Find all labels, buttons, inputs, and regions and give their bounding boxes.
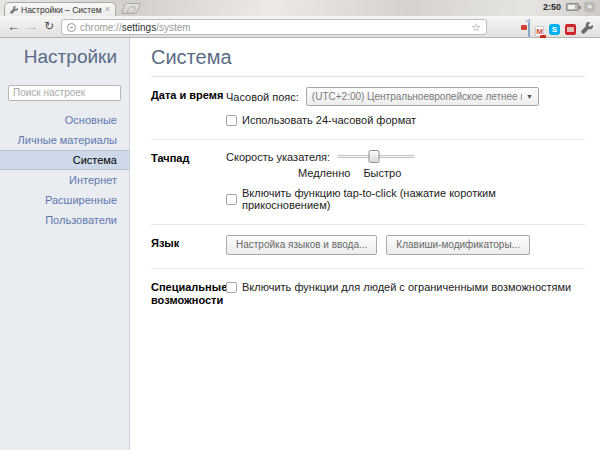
tab-close-icon[interactable]: ×	[105, 5, 110, 14]
sidebar-item-users[interactable]: Пользователи	[0, 210, 129, 230]
notification-badge	[521, 25, 527, 30]
tap-to-click-checkbox[interactable]	[226, 194, 237, 205]
section-label: Дата и время	[151, 87, 226, 126]
section-label: Язык	[151, 235, 226, 255]
url-scheme: chrome://	[80, 22, 122, 33]
tap-to-click-label: Включить функцию tap-to-click (нажатие к…	[242, 187, 585, 211]
settings-content: Система Дата и время Часовой пояс: (UTC+…	[131, 38, 600, 450]
accessibility-label: Включить функции для людей с ограниченны…	[242, 281, 571, 293]
new-tab-button[interactable]	[121, 3, 141, 14]
timezone-label: Часовой пояс:	[226, 91, 299, 103]
pointer-speed-label: Скорость указателя:	[226, 151, 330, 163]
sidebar-title: Настройки	[0, 46, 129, 68]
slider-slow-label: Медленно	[298, 167, 350, 179]
sidebar-item-basics[interactable]: Основные	[0, 110, 129, 130]
skype-extension-icon[interactable]: S	[549, 24, 560, 35]
browser-tab[interactable]: Настройки – Система ×	[4, 2, 116, 16]
sidebar-nav: Основные Личные материалы Система Интерн…	[0, 110, 129, 230]
section-datetime: Дата и время Часовой пояс: (UTC+2:00) Це…	[151, 77, 585, 140]
bookmark-star-icon[interactable]: ☆	[471, 22, 481, 33]
sidebar-item-personal[interactable]: Личные материалы	[0, 130, 129, 150]
battery-icon	[566, 3, 579, 11]
section-label: Тачпад	[151, 150, 226, 211]
tab-title: Настройки – Система	[21, 5, 102, 15]
system-tray[interactable]: 2:50 ×	[543, 2, 595, 12]
page-title: Система	[151, 46, 585, 77]
modifier-keys-button[interactable]: Клавиши-модификаторы...	[386, 235, 530, 255]
browser-toolbar: ← → ↻ chrome://settings/system ☆ M S	[0, 16, 600, 38]
network-disconnected-icon: ×	[584, 2, 595, 12]
slider-handle[interactable]	[368, 150, 379, 163]
section-label: Специальные возможности	[151, 279, 226, 307]
forward-button[interactable]: →	[25, 19, 38, 34]
sidebar-item-system[interactable]: Система	[0, 150, 129, 170]
search-input[interactable]	[8, 85, 121, 101]
chevron-down-icon: ▼	[526, 93, 533, 100]
clock: 2:50	[543, 2, 561, 12]
wrench-favicon-icon	[10, 6, 18, 14]
pointer-speed-slider[interactable]	[337, 150, 415, 164]
gmail-extension-icon[interactable]: M	[535, 20, 544, 38]
url-path: /system	[156, 22, 190, 33]
tab-strip: Настройки – Система × 2:50 ×	[0, 0, 600, 16]
use-24h-checkbox[interactable]	[226, 115, 237, 126]
site-info-icon[interactable]	[67, 23, 76, 32]
section-language: Язык Настройка языков и ввода... Клавиши…	[151, 225, 585, 269]
extension-row: M S	[523, 20, 593, 38]
reload-button[interactable]: ↻	[44, 19, 54, 34]
accessibility-checkbox[interactable]	[226, 282, 237, 293]
section-accessibility: Специальные возможности Включить функции…	[151, 269, 585, 320]
back-button[interactable]: ←	[7, 19, 20, 34]
document-extension-icon[interactable]	[528, 20, 530, 38]
red-extension-icon[interactable]	[565, 24, 576, 35]
sidebar-item-advanced[interactable]: Расширенные	[0, 190, 129, 210]
wrench-menu-icon[interactable]	[581, 20, 593, 38]
language-input-settings-button[interactable]: Настройка языков и ввода...	[226, 235, 377, 255]
sidebar-item-internet[interactable]: Интернет	[0, 170, 129, 190]
timezone-value: (UTC+2:00) Центральноевропейское летнее …	[312, 91, 522, 102]
url-host: settings	[122, 22, 156, 33]
use-24h-label: Использовать 24-часовой формат	[242, 114, 416, 126]
url-text: chrome://settings/system	[80, 22, 191, 33]
address-bar[interactable]: chrome://settings/system ☆	[61, 19, 487, 35]
section-touchpad: Тачпад Скорость указателя: Медленно Быст…	[151, 140, 585, 225]
settings-sidebar: Настройки Основные Личные материалы Сист…	[0, 38, 130, 450]
slider-fast-label: Быстро	[363, 167, 401, 179]
timezone-select[interactable]: (UTC+2:00) Центральноевропейское летнее …	[306, 87, 539, 106]
